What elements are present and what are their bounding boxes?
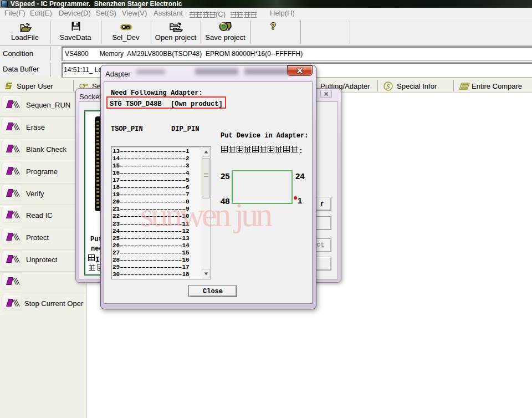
svg-text:S: S [386, 83, 390, 90]
